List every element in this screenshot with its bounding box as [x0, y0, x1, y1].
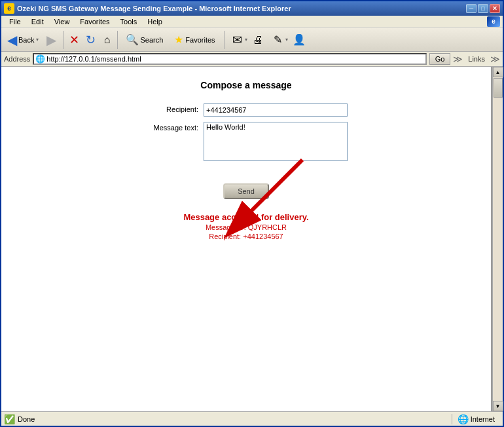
- message-id-value: QJYRHCLR: [248, 223, 287, 231]
- edit-button[interactable]: ✎: [268, 30, 287, 50]
- menu-tools[interactable]: Tools: [115, 16, 143, 27]
- window-controls: ─ □ ✕: [466, 4, 500, 13]
- print-button[interactable]: 🖨: [249, 30, 267, 50]
- address-dropdown-icon[interactable]: ≫: [453, 54, 463, 64]
- menu-view[interactable]: View: [49, 16, 75, 27]
- address-bar: Address 🌐 Go ≫ Links ≫: [1, 52, 503, 67]
- result-recipient-value: +441234567: [243, 232, 283, 240]
- menu-favorites[interactable]: Favorites: [75, 16, 115, 27]
- toolbar: ◀ Back ▾ ▶ ✕ ↻ ⌂ 🔍 Search ★ Favorites: [1, 28, 503, 51]
- messenger-icon: 👤: [293, 33, 306, 46]
- result-area: Message accepted for delivery. Message I…: [183, 212, 308, 240]
- edit-icon: ✎: [274, 33, 282, 46]
- back-button[interactable]: ◀ Back ▾: [4, 30, 42, 50]
- message-label: Message text:: [145, 122, 204, 132]
- menu-bar: File Edit View Favorites Tools Help e: [1, 16, 503, 29]
- recipient-label: Recipient:: [145, 103, 204, 113]
- ie-logo-icon: e: [487, 16, 500, 27]
- internet-label: Internet: [471, 415, 495, 423]
- maximize-button[interactable]: □: [478, 4, 488, 13]
- recipient-row: Recipient:: [145, 103, 348, 117]
- links-label: Links: [465, 55, 488, 63]
- mail-dropdown-icon: ▾: [245, 37, 247, 43]
- status-icon: ✅: [4, 414, 15, 424]
- result-message-id: Message ID: QJYRHCLR: [183, 223, 308, 231]
- print-icon: 🖨: [253, 34, 263, 46]
- scroll-track: [493, 77, 503, 401]
- page-title: Compose a message: [200, 80, 291, 90]
- status-bar: ✅ Done 🌐 Internet: [1, 411, 503, 426]
- forward-icon: ▶: [46, 32, 56, 48]
- edit-dropdown-icon: ▾: [285, 37, 288, 43]
- content-inner: Compose a message Recipient: Message tex…: [1, 67, 491, 253]
- scroll-up-button[interactable]: ▲: [493, 67, 503, 77]
- home-icon: ⌂: [104, 34, 111, 46]
- favorites-icon: ★: [174, 33, 183, 46]
- textarea-container: Hello World!: [204, 122, 348, 162]
- messenger-button[interactable]: 👤: [289, 30, 309, 50]
- message-textarea[interactable]: Hello World!: [204, 122, 348, 161]
- stop-icon: ✕: [69, 33, 79, 47]
- ie-icon: e: [4, 3, 14, 14]
- message-form: Recipient: Message text: Hello World!: [145, 103, 348, 168]
- menu-edit[interactable]: Edit: [26, 16, 49, 27]
- window-title: Ozeki NG SMS Gateway Message Sending Exa…: [17, 5, 463, 12]
- links-dropdown-icon[interactable]: ≫: [490, 54, 500, 64]
- menu-file[interactable]: File: [4, 16, 26, 27]
- scrollbar: ▲ ▼: [492, 67, 503, 411]
- title-bar: e Ozeki NG SMS Gateway Message Sending E…: [1, 1, 503, 16]
- scroll-thumb[interactable]: [494, 78, 503, 98]
- toolbar-sep-2: [117, 31, 118, 49]
- message-id-label: Message ID:: [206, 223, 246, 231]
- result-accepted-text: Message accepted for delivery.: [183, 212, 308, 222]
- back-label: Back: [18, 36, 34, 44]
- mail-button[interactable]: ✉: [228, 30, 246, 50]
- forward-button[interactable]: ▶: [43, 30, 60, 50]
- scroll-down-button[interactable]: ▼: [493, 401, 503, 411]
- favorites-label: Favorites: [185, 36, 215, 44]
- result-recipient-label: Recipient:: [209, 232, 241, 240]
- content-row: Compose a message Recipient: Message tex…: [1, 67, 503, 411]
- search-icon: 🔍: [126, 33, 139, 46]
- close-button[interactable]: ✕: [490, 4, 500, 13]
- mail-icon: ✉: [232, 33, 242, 47]
- menu-help[interactable]: Help: [142, 16, 168, 27]
- content-area: Compose a message Recipient: Message tex…: [1, 67, 492, 411]
- address-label: Address: [4, 55, 30, 63]
- result-recipient: Recipient: +441234567: [183, 232, 308, 240]
- message-row: Message text: Hello World!: [145, 122, 348, 162]
- address-input-container: 🌐: [33, 53, 426, 65]
- send-button[interactable]: Send: [223, 183, 269, 199]
- refresh-icon: ↻: [86, 33, 96, 47]
- internet-icon: 🌐: [458, 414, 469, 424]
- search-button[interactable]: 🔍 Search: [121, 30, 167, 50]
- back-dropdown-icon: ▾: [36, 37, 39, 43]
- search-label: Search: [141, 36, 164, 44]
- stop-button[interactable]: ✕: [67, 30, 82, 50]
- browser-window: e Ozeki NG SMS Gateway Message Sending E…: [0, 0, 504, 427]
- go-button[interactable]: Go: [429, 53, 451, 65]
- recipient-input[interactable]: [204, 103, 348, 117]
- url-icon: 🌐: [35, 54, 45, 64]
- toolbar-sep-3: [224, 31, 225, 49]
- minimize-button[interactable]: ─: [466, 4, 477, 13]
- home-button[interactable]: ⌂: [99, 30, 114, 50]
- back-arrow-icon: ◀: [7, 32, 17, 48]
- status-text: Done: [18, 415, 449, 423]
- address-input[interactable]: [46, 55, 423, 63]
- toolbar-sep-1: [63, 31, 63, 49]
- favorites-button[interactable]: ★ Favorites: [168, 30, 221, 50]
- refresh-button[interactable]: ↻: [83, 30, 98, 50]
- internet-zone: 🌐 Internet: [452, 414, 500, 424]
